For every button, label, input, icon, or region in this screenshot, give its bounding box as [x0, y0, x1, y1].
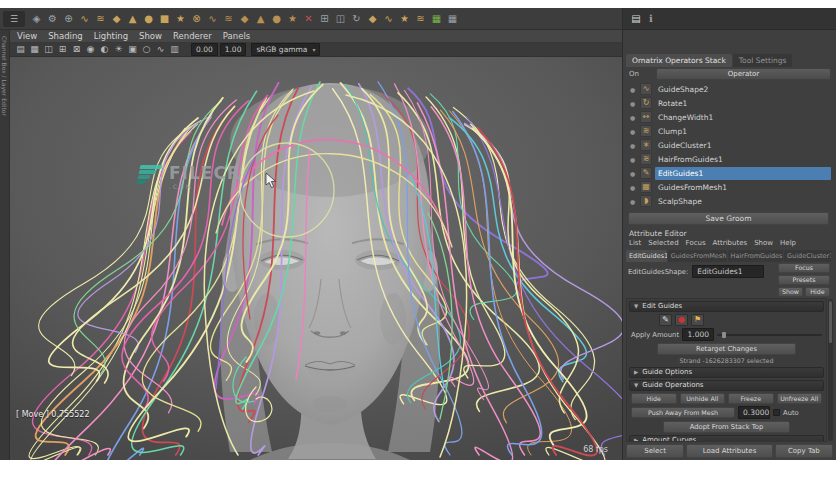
apply-amount-field[interactable]: 1.000	[682, 328, 714, 341]
ae-tab-guidesfrommesh[interactable]: GuidesFromMesh1	[668, 250, 727, 262]
toolbar-icon[interactable]: ■	[157, 11, 172, 27]
operator-row[interactable]: ● ↻ Rotate1	[626, 96, 831, 110]
operator-row[interactable]: ● ∗ GuideCluster1	[626, 138, 831, 152]
operator-visibility-toggle[interactable]: ●	[628, 114, 637, 121]
left-panel-strip[interactable]: Channel Box / Layer Editor	[0, 30, 10, 460]
toolbar-icon[interactable]: ⊞	[317, 11, 332, 27]
operator-visibility-toggle[interactable]: ●	[628, 170, 637, 177]
section-guide-options[interactable]: ▶ Guide Options	[629, 367, 824, 378]
ae-menu-help[interactable]: Help	[780, 239, 796, 249]
toolbar-icon[interactable]: ●	[141, 11, 156, 27]
section-amount-curves[interactable]: ▶ Amount Curves	[629, 435, 824, 442]
toolbar-icon[interactable]: ◆	[237, 11, 252, 27]
operator-row[interactable]: ● ∿ GuideShape2	[626, 82, 831, 96]
red-brush-icon[interactable]: ●	[675, 314, 688, 326]
viewport[interactable]: FILECR .COM [ Move ] 0.755522 68 fps	[10, 57, 622, 460]
ae-menu-list[interactable]: List	[629, 239, 641, 249]
toolbar-icon[interactable]: ☀	[112, 43, 125, 56]
operator-visibility-toggle[interactable]: ●	[628, 142, 637, 149]
toolbar-icon[interactable]: ★	[397, 11, 412, 27]
toolbar-icon[interactable]: ★	[173, 11, 188, 27]
menu-lighting[interactable]: Lighting	[94, 31, 128, 41]
toolbar-icon[interactable]: ⊠	[70, 43, 83, 56]
load-attributes-button[interactable]: Load Attributes	[686, 444, 772, 458]
toolbar-icon[interactable]: ⊗	[189, 11, 204, 27]
toolbar-icon[interactable]: ▦	[28, 43, 41, 56]
freeze-button[interactable]: Freeze	[728, 393, 774, 404]
toolbar-icon[interactable]: ◫	[42, 43, 55, 56]
hide-button[interactable]: Hide	[805, 287, 830, 297]
section-edit-guides[interactable]: ▼ Edit Guides	[629, 301, 824, 312]
info-icon[interactable]: ℹ	[644, 11, 658, 26]
toolbar-icon[interactable]: ✕	[301, 11, 316, 27]
ae-tab-editguides[interactable]: EditGuides1	[626, 250, 667, 262]
unhide-all-button[interactable]: Unhide All	[680, 393, 726, 404]
toolbar-icon[interactable]: ∿	[77, 11, 92, 27]
operators-stack-icon[interactable]: ▤	[629, 11, 643, 26]
gamma-mode-dropdown[interactable]: sRGB gamma ▾	[251, 43, 320, 56]
toolbar-icon[interactable]: ⊞	[56, 43, 69, 56]
focus-button[interactable]: Focus	[778, 263, 830, 273]
gamma-field[interactable]: 1.00	[220, 43, 247, 56]
toolbar-icon[interactable]: ∿	[381, 11, 396, 27]
operator-row[interactable]: ● ▦ GuidesFromMesh1	[626, 180, 831, 194]
menu-show[interactable]: Show	[139, 31, 162, 41]
operator-visibility-toggle[interactable]: ●	[628, 184, 637, 191]
section-guide-operations[interactable]: ▼ Guide Operations	[629, 380, 824, 391]
menu-renderer[interactable]: Renderer	[173, 31, 212, 41]
operator-row-selected[interactable]: ● ✎ EditGuides1	[626, 166, 831, 180]
menu-view[interactable]: View	[17, 31, 37, 41]
toolbar-icon[interactable]: ◈	[29, 11, 44, 27]
toolbar-icon[interactable]: ●	[269, 11, 284, 27]
toolbar-icon[interactable]: ▦	[445, 11, 460, 27]
push-away-button[interactable]: Push Away From Mesh	[631, 407, 735, 418]
operator-visibility-toggle[interactable]: ●	[628, 100, 637, 107]
operator-row[interactable]: ● ◗ ScalpShape	[626, 194, 831, 208]
save-groom-button[interactable]: Save Groom	[628, 212, 829, 225]
toolbar-icon[interactable]: ▥	[168, 43, 181, 56]
exposure-field[interactable]: 0.00	[191, 43, 218, 56]
ae-menu-focus[interactable]: Focus	[686, 239, 706, 249]
show-button[interactable]: Show	[778, 287, 803, 297]
toolbar-icon[interactable]: ○	[140, 43, 153, 56]
shape-name-field[interactable]: EditGuides1	[692, 265, 764, 278]
tab-operators-stack[interactable]: Ornatrix Operators Stack	[626, 54, 732, 67]
ae-menu-show[interactable]: Show	[754, 239, 773, 249]
app-menu-icon[interactable]: ☰	[3, 11, 25, 27]
attribute-scroll-area[interactable]: ▼ Edit Guides ✎●⚑ Apply Amount 1.000 Ret…	[626, 298, 827, 442]
operator-visibility-toggle[interactable]: ●	[628, 156, 637, 163]
toolbar-icon[interactable]: ◆	[365, 11, 380, 27]
copy-tab-button[interactable]: Copy Tab	[775, 444, 833, 458]
auto-checkbox[interactable]	[773, 409, 780, 416]
toolbar-icon[interactable]: ◐	[98, 43, 111, 56]
ae-tab-hairfromguides[interactable]: HairFromGuides1	[728, 250, 784, 262]
operator-visibility-toggle[interactable]: ●	[628, 86, 637, 93]
hide-guides-button[interactable]: Hide	[631, 393, 677, 404]
push-away-field[interactable]: 0.3000	[738, 406, 770, 419]
presets-button[interactable]: Presets	[778, 275, 830, 285]
toolbar-icon[interactable]: ∿	[205, 11, 220, 27]
apply-amount-slider[interactable]	[717, 334, 822, 336]
ae-menu-attributes[interactable]: Attributes	[713, 239, 748, 249]
menu-panels[interactable]: Panels	[223, 31, 250, 41]
toolbar-icon[interactable]: ⊕	[61, 11, 76, 27]
menu-shading[interactable]: Shading	[48, 31, 83, 41]
toolbar-icon[interactable]: ▣	[126, 43, 139, 56]
toolbar-icon[interactable]: ≋	[413, 11, 428, 27]
operator-row[interactable]: ● ≋ Clump1	[626, 124, 831, 138]
retarget-changes-button[interactable]: Retarget Changes	[657, 343, 796, 355]
tab-tool-settings[interactable]: Tool Settings	[733, 54, 793, 67]
ae-menu-selected[interactable]: Selected	[648, 239, 678, 249]
toolbar-icon[interactable]: ≋	[93, 11, 108, 27]
toolbar-icon[interactable]: ⚙	[45, 11, 60, 27]
operator-visibility-toggle[interactable]: ●	[628, 128, 637, 135]
toolbar-icon[interactable]: ▲	[125, 11, 140, 27]
toolbar-icon[interactable]: ◫	[333, 11, 348, 27]
operator-row[interactable]: ● ≋ HairFromGuides1	[626, 152, 831, 166]
ae-tab-guidecluster[interactable]: GuideCluster1	[784, 250, 831, 262]
attribute-scrollbar[interactable]	[828, 299, 833, 441]
operator-visibility-toggle[interactable]: ●	[628, 198, 637, 205]
operator-row[interactable]: ● ↔ ChangeWidth1	[626, 110, 831, 124]
toolbar-icon[interactable]: ◆	[109, 11, 124, 27]
toolbar-icon[interactable]: ★	[285, 11, 300, 27]
